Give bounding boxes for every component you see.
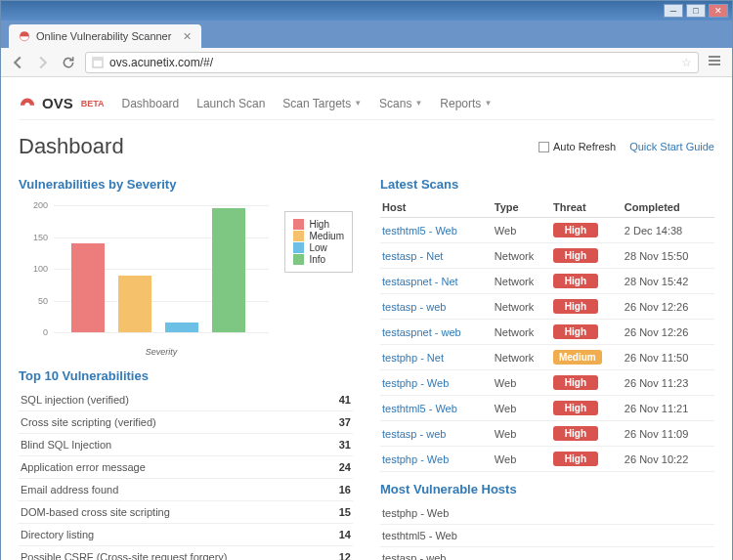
- nav-scans[interactable]: Scans▼: [379, 97, 422, 110]
- ytick: 200: [19, 200, 48, 210]
- scan-host-link[interactable]: testasp - Net: [380, 243, 493, 269]
- scan-row[interactable]: testasp - webWebHigh26 Nov 11:09: [380, 421, 714, 447]
- threat-badge: High: [553, 452, 598, 466]
- scan-row[interactable]: testphp - WebWebHigh26 Nov 10:22: [380, 447, 714, 472]
- vuln-name: Email address found: [19, 479, 329, 501]
- scan-row[interactable]: testaspnet - NetNetworkHigh28 Nov 15:42: [380, 269, 714, 294]
- host-name: testphp - Web: [380, 502, 714, 525]
- brand-logo[interactable]: OVSBETA: [19, 95, 105, 112]
- scan-completed: 26 Nov 10:22: [623, 447, 714, 472]
- page-title: Dashboard: [19, 134, 124, 159]
- scan-row[interactable]: testphp - NetNetworkMedium26 Nov 11:50: [380, 345, 714, 370]
- checkbox-icon: [539, 142, 549, 152]
- scan-completed: 26 Nov 11:09: [623, 421, 714, 447]
- nav-scan-targets[interactable]: Scan Targets▼: [282, 97, 362, 110]
- nav-launch-scan[interactable]: Launch Scan: [196, 97, 265, 110]
- scan-type: Web: [493, 218, 551, 243]
- caret-down-icon: ▼: [354, 99, 362, 108]
- address-input[interactable]: ovs.acunetix.com/#/ ☆: [85, 52, 699, 73]
- tab-close-icon[interactable]: ✕: [183, 30, 192, 43]
- latest-scans-table: HostTypeThreatCompletedtesthtml5 - WebWe…: [380, 197, 714, 472]
- nav-reload-button[interactable]: [60, 54, 77, 71]
- scan-host-link[interactable]: testhtml5 - Web: [380, 396, 493, 421]
- browser-tab-strip: Online Vulnerability Scanner ✕: [1, 21, 732, 48]
- threat-badge: High: [553, 274, 598, 288]
- vuln-name: Application error message: [19, 456, 329, 479]
- chart-legend: HighMediumLowInfo: [284, 211, 353, 273]
- bar-medium: [118, 276, 151, 333]
- scan-type: Network: [493, 243, 551, 269]
- ytick: 100: [19, 264, 48, 274]
- nav-forward-button[interactable]: [34, 54, 52, 71]
- top10-row[interactable]: Cross site scripting (verified)37: [19, 411, 353, 434]
- ytick: 50: [19, 296, 48, 306]
- col-host: Host: [380, 197, 493, 218]
- scan-row[interactable]: testaspnet - webNetworkHigh26 Nov 12:26: [380, 320, 714, 345]
- host-name: testasp - web: [380, 547, 714, 561]
- svg-rect-1: [93, 58, 103, 61]
- scan-host-link[interactable]: testaspnet - web: [380, 320, 493, 345]
- vuln-count: 12: [329, 546, 353, 561]
- quick-start-link[interactable]: Quick Start Guide: [629, 141, 714, 152]
- page-icon: [92, 57, 104, 68]
- top10-row[interactable]: Blind SQL Injection31: [19, 434, 353, 456]
- browser-address-bar: ovs.acunetix.com/#/ ☆: [1, 48, 732, 77]
- scan-type: Web: [493, 447, 551, 472]
- nav-dashboard[interactable]: Dashboard: [122, 97, 180, 110]
- top10-row[interactable]: Application error message24: [19, 456, 353, 479]
- legend-item: High: [293, 219, 344, 230]
- vuln-count: 24: [329, 456, 353, 479]
- svg-rect-3: [709, 60, 720, 62]
- scan-row[interactable]: testhtml5 - WebWebHigh2 Dec 14:38: [380, 218, 714, 243]
- scan-host-link[interactable]: testasp - web: [380, 421, 493, 447]
- scan-type: Network: [493, 269, 551, 294]
- section-top10: Top 10 Vulnerabilities: [19, 368, 353, 383]
- section-most-vuln-hosts: Most Vulnerable Hosts: [380, 482, 714, 496]
- legend-item: Info: [293, 254, 344, 265]
- scan-host-link[interactable]: testhtml5 - Web: [380, 218, 493, 243]
- ytick: 0: [19, 327, 48, 337]
- host-row[interactable]: testhtml5 - Web: [380, 525, 714, 547]
- top10-table: SQL injection (verified)41Cross site scr…: [19, 389, 353, 560]
- bookmark-star-icon[interactable]: ☆: [681, 56, 692, 69]
- browser-tab[interactable]: Online Vulnerability Scanner ✕: [9, 24, 201, 48]
- brand-icon: [19, 95, 36, 112]
- host-row[interactable]: testphp - Web: [380, 502, 714, 525]
- auto-refresh-toggle[interactable]: Auto Refresh: [539, 141, 616, 153]
- scan-host-link[interactable]: testphp - Web: [380, 447, 493, 472]
- scan-completed: 28 Nov 15:42: [623, 269, 714, 294]
- scan-host-link[interactable]: testasp - web: [380, 294, 493, 320]
- host-row[interactable]: testasp - web: [380, 547, 714, 561]
- nav-reports[interactable]: Reports▼: [440, 97, 492, 110]
- vuln-name: Possible CSRF (Cross-site request forger…: [19, 546, 329, 561]
- top10-row[interactable]: SQL injection (verified)41: [19, 389, 353, 411]
- scan-row[interactable]: testhtml5 - WebWebHigh26 Nov 11:21: [380, 396, 714, 421]
- window-minimize-button[interactable]: ─: [664, 4, 683, 18]
- window-titlebar: ─ □ ✕: [1, 1, 732, 21]
- browser-tab-title: Online Vulnerability Scanner: [36, 30, 171, 42]
- scan-row[interactable]: testphp - WebWebHigh26 Nov 11:23: [380, 370, 714, 396]
- window-maximize-button[interactable]: □: [686, 4, 706, 18]
- scan-host-link[interactable]: testphp - Net: [380, 345, 493, 370]
- vuln-count: 14: [329, 524, 353, 546]
- scan-row[interactable]: testasp - NetNetworkHigh28 Nov 15:50: [380, 243, 714, 269]
- nav-back-button[interactable]: [9, 54, 26, 71]
- top10-row[interactable]: DOM-based cross site scripting15: [19, 501, 353, 524]
- scan-host-link[interactable]: testphp - Web: [380, 370, 493, 396]
- bar-high: [71, 243, 105, 332]
- top10-row[interactable]: Email address found16: [19, 479, 353, 501]
- chrome-menu-button[interactable]: [707, 53, 724, 71]
- top10-row[interactable]: Possible CSRF (Cross-site request forger…: [19, 546, 353, 561]
- svg-rect-2: [709, 56, 720, 58]
- scan-row[interactable]: testasp - webNetworkHigh26 Nov 12:26: [380, 294, 714, 320]
- scan-host-link[interactable]: testaspnet - Net: [380, 269, 493, 294]
- scan-type: Web: [493, 396, 551, 421]
- scan-completed: 26 Nov 11:21: [623, 396, 714, 421]
- window-close-button[interactable]: ✕: [709, 4, 728, 18]
- top10-row[interactable]: Directory listing14: [19, 524, 353, 546]
- threat-badge: High: [553, 426, 598, 441]
- vuln-count: 37: [329, 411, 353, 434]
- brand-badge: BETA: [81, 99, 105, 108]
- legend-item: Medium: [293, 231, 344, 241]
- vuln-name: Blind SQL Injection: [19, 434, 329, 456]
